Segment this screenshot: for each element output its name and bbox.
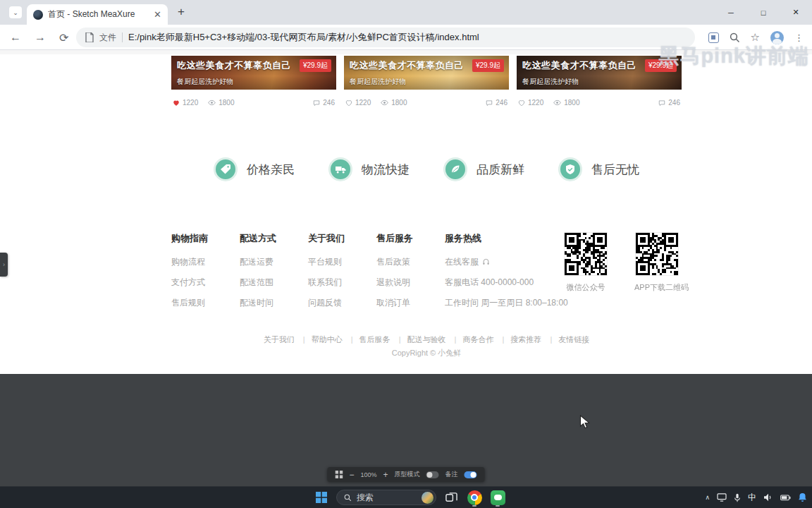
taskbar-search[interactable]: 搜索 (336, 490, 436, 505)
feature-label: 售后无忧 (591, 162, 639, 178)
product-subtitle: 餐厨起居洗护好物 (522, 77, 579, 87)
feature-label: 品质新鲜 (476, 162, 524, 178)
hidden-icons-chevron[interactable]: ∧ (705, 494, 710, 501)
web-page: 吃这些美食才不算辜负自己 ¥29.9起 餐厨起居洗护好物 1220 1800 2… (0, 50, 812, 374)
price-badge: ¥29.9起 (300, 59, 331, 72)
extension-icon[interactable] (708, 32, 719, 43)
product-cards-row: 吃这些美食才不算辜负自己 ¥29.9起 餐厨起居洗护好物 1220 1800 2… (171, 56, 682, 107)
leaf-icon (443, 157, 467, 181)
taskbar-center: 搜索 (313, 487, 506, 508)
maximize-button[interactable]: □ (747, 0, 780, 25)
window-controls: ─ □ ✕ (715, 0, 812, 25)
bottom-link[interactable]: 配送与验收 (393, 335, 446, 344)
comments-count: 246 (668, 99, 680, 107)
comment-icon (658, 99, 665, 107)
footer-column-hotline: 服务热线 在线客服 客服电话 400-0000-000 工作时间 周一至周日 8… (445, 232, 568, 318)
footer-link[interactable]: 联系我们 (308, 277, 370, 289)
browser-tab[interactable]: 首页 - Sketch MeaXure ✕ (27, 4, 168, 25)
address-bar[interactable]: 文件 E:/pink老师最新H5+C3+移动端/03-现代网页布局/素材/小兔鲜… (76, 28, 695, 47)
chrome-taskbar-icon[interactable] (466, 488, 483, 507)
search-icon (344, 494, 352, 502)
footer-link[interactable]: 购物流程 (171, 256, 233, 268)
footer-column-about: 关于我们 平台规则 联系我们 问题反馈 (308, 232, 370, 318)
footer-link[interactable]: 退款说明 (376, 277, 438, 289)
card-stats: 1220 1800 246 (171, 99, 336, 107)
product-title: 吃这些美食才不算辜负自己 (522, 59, 636, 72)
ime-indicator[interactable]: 中 (748, 492, 756, 504)
likes-count: 1220 (528, 99, 543, 107)
bottom-link[interactable]: 友情链接 (543, 335, 589, 344)
qr-label: 微信公众号 (563, 282, 608, 293)
tab-title: 首页 - Sketch MeaXure (48, 8, 149, 20)
heart-icon[interactable] (345, 99, 352, 107)
qr-codes: 微信公众号 APP下载二维码 (563, 232, 679, 293)
search-icon[interactable] (730, 32, 740, 43)
new-tab-button[interactable]: + (178, 5, 185, 19)
back-button[interactable]: ← (10, 31, 21, 44)
footer-link[interactable]: 取消订单 (376, 297, 438, 309)
prototype-mode-toggle[interactable] (426, 471, 439, 478)
profile-avatar[interactable] (770, 31, 784, 44)
bottom-link[interactable]: 帮助中心 (297, 335, 343, 344)
footer-column-title: 关于我们 (308, 232, 370, 245)
menu-icon[interactable]: ⋮ (794, 32, 804, 43)
monitor-icon[interactable] (717, 493, 727, 502)
forward-button[interactable]: → (35, 31, 46, 44)
footer-bottom-links: 关于我们 帮助中心 售后服务 配送与验收 商务合作 搜索推荐 友情链接 (171, 334, 682, 345)
eye-icon (208, 99, 216, 107)
battery-icon[interactable] (780, 495, 791, 501)
grid-icon[interactable] (335, 471, 343, 478)
feature-logistics: 物流快捷 (328, 157, 410, 181)
notification-bell-icon[interactable] (798, 492, 807, 502)
refresh-button[interactable]: ⟳ (59, 31, 68, 44)
comments-count: 246 (496, 99, 508, 107)
footer-link[interactable]: 问题反馈 (308, 297, 370, 309)
wechat-qr-image (564, 232, 608, 276)
shield-icon (558, 157, 582, 181)
footer-link[interactable]: 售后政策 (376, 256, 438, 268)
tab-close-icon[interactable]: ✕ (154, 9, 161, 20)
eye-icon (381, 99, 388, 107)
footer-link[interactable]: 平台规则 (308, 256, 370, 268)
microphone-icon[interactable] (734, 493, 741, 502)
footer-column-delivery: 配送方式 配送运费 配送范围 配送时间 (240, 232, 302, 318)
screen: ⌄ 首页 - Sketch MeaXure ✕ + ─ □ ✕ ← → ⟳ 文件… (0, 0, 812, 508)
product-card[interactable]: 吃这些美食才不算辜负自己 ¥29.9起 餐厨起居洗护好物 1220 1800 2… (344, 56, 509, 107)
close-button[interactable]: ✕ (780, 0, 812, 25)
tab-favicon-icon (33, 10, 43, 20)
bottom-link[interactable]: 搜索推荐 (496, 335, 541, 344)
qr-app-download: APP下载二维码 (634, 232, 679, 293)
footer-link-online-service[interactable]: 在线客服 (445, 256, 568, 268)
bottom-link[interactable]: 售后服务 (345, 335, 390, 344)
footer-link[interactable]: 售后规则 (171, 297, 233, 309)
footer-link[interactable]: 配送运费 (240, 256, 302, 268)
volume-icon[interactable] (763, 493, 773, 502)
task-view-button[interactable] (443, 488, 460, 507)
bookmark-star-icon[interactable]: ☆ (751, 31, 760, 44)
footer-link[interactable]: 支付方式 (171, 277, 233, 289)
heart-icon[interactable] (518, 99, 525, 107)
tab-search-button[interactable]: ⌄ (9, 6, 22, 18)
product-card[interactable]: 吃这些美食才不算辜负自己 ¥29.9起 餐厨起居洗护好物 1220 1800 2… (517, 56, 682, 107)
product-image: 吃这些美食才不算辜负自己 ¥29.9起 餐厨起居洗护好物 (517, 56, 682, 90)
start-button[interactable] (313, 488, 330, 507)
bottom-link[interactable]: 商务合作 (448, 335, 494, 344)
address-divider (122, 32, 123, 42)
heart-icon[interactable] (173, 99, 180, 107)
zoom-in-button[interactable]: + (383, 471, 388, 479)
notes-toggle[interactable] (465, 471, 477, 478)
zoom-level: 100% (360, 471, 376, 478)
bottom-link[interactable]: 关于我们 (264, 335, 295, 344)
search-highlight-image[interactable] (422, 492, 433, 504)
prototype-mode-label: 原型模式 (395, 470, 420, 479)
product-card[interactable]: 吃这些美食才不算辜负自己 ¥29.9起 餐厨起居洗护好物 1220 1800 2… (171, 56, 336, 107)
minimize-button[interactable]: ─ (715, 0, 747, 25)
green-app-icon[interactable] (489, 488, 506, 507)
zoom-out-button[interactable]: − (349, 471, 354, 479)
copyright: CopyRight © 小兔鲜 (171, 348, 682, 358)
footer-column-title: 售后服务 (376, 232, 438, 245)
footer-column-title: 购物指南 (171, 232, 233, 245)
footer-link[interactable]: 配送范围 (240, 277, 302, 289)
footer-link[interactable]: 配送时间 (240, 297, 302, 309)
sidebar-handle[interactable]: › (0, 253, 8, 277)
